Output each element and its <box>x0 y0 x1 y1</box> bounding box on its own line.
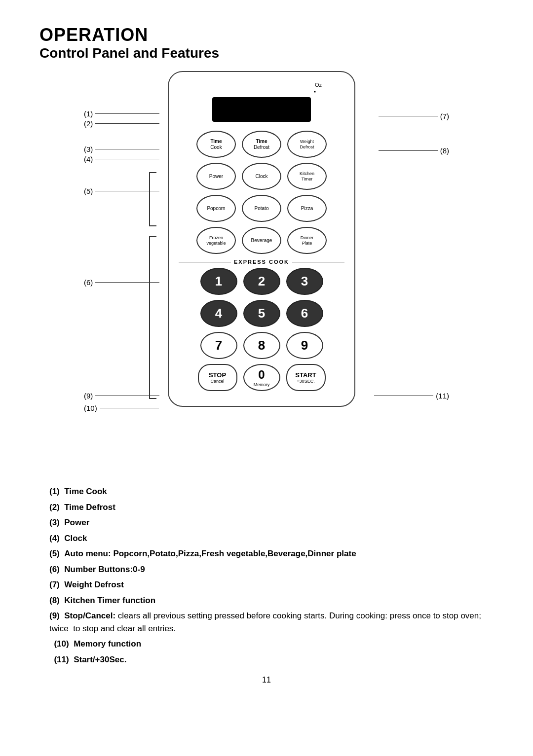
ann-right-8: (8) <box>379 146 449 155</box>
express-cook-label: EXPRESS COOK <box>179 259 344 265</box>
ann-left-6: (6) <box>84 278 159 287</box>
feature-11-bold: (11) Start/+30Sec. <box>54 655 126 664</box>
number-row-456: 4 5 6 <box>179 300 344 327</box>
feature-3: (3) Power <box>49 516 494 529</box>
power-button[interactable]: Power <box>196 163 236 190</box>
oz-dot: ▪ <box>313 88 316 95</box>
panel: Oz ▪ Time Cook Time Defrost <box>168 71 355 407</box>
ann-left-9: (9) <box>84 392 159 400</box>
ann-left-10: (10) <box>84 404 159 412</box>
ann-left-2: (2) <box>84 119 159 128</box>
stop-cancel-button[interactable]: STOP Cancel <box>198 364 237 391</box>
bracket-6 <box>149 236 156 399</box>
panel-border: Oz ▪ Time Cook Time Defrost <box>168 71 355 407</box>
page-container: OPERATION Control Panel and Features Oz … <box>0 0 533 756</box>
display-screen <box>212 97 311 122</box>
feature-4: (4) Clock <box>49 532 494 545</box>
button-5[interactable]: 5 <box>243 300 280 327</box>
diagram-area: Oz ▪ Time Cook Time Defrost <box>84 66 449 470</box>
number-row-789: 7 8 9 <box>179 332 344 359</box>
feature-2-num: (2) <box>49 503 60 512</box>
memory-label: Memory <box>254 382 270 387</box>
feature-7: (7) Weight Defrost <box>49 578 494 591</box>
ann-line-10 <box>100 408 159 408</box>
feature-7-bold: Weight Defrost <box>64 580 124 589</box>
feature-5: (5) Auto menu: Popcorn,Potato,Pizza,Fres… <box>49 547 494 560</box>
button-3[interactable]: 3 <box>286 268 323 295</box>
express-line-right <box>292 262 344 262</box>
button-8[interactable]: 8 <box>243 332 280 359</box>
page-number: 11 <box>39 676 494 684</box>
feature-6-bold: Number Buttons:0-9 <box>64 565 145 574</box>
beverage-button[interactable]: Beverage <box>242 227 281 254</box>
feature-3-num: (3) <box>49 518 60 527</box>
sub-title: Control Panel and Features <box>39 45 494 61</box>
feature-2: (2) Time Defrost <box>49 501 494 514</box>
button-row-2: Power Clock Kitchen Timer <box>179 163 344 190</box>
weight-defrost-button[interactable]: Weight Defrost <box>287 131 327 158</box>
main-title: OPERATION <box>39 25 494 45</box>
clock-button[interactable]: Clock <box>242 163 281 190</box>
start-button[interactable]: START +30SEC. <box>286 364 326 391</box>
button-9[interactable]: 9 <box>286 332 323 359</box>
ann-left-3: (3) <box>84 145 159 153</box>
ann-right-7: (7) <box>379 112 449 120</box>
feature-8-num: (8) <box>49 596 60 605</box>
display-section: Oz ▪ <box>179 82 344 126</box>
dinner-plate-button[interactable]: Dinner Plate <box>287 227 327 254</box>
ann-line-7 <box>379 116 438 116</box>
frozen-vegetable-button[interactable]: Frozen vegetable <box>196 227 236 254</box>
button-7[interactable]: 7 <box>200 332 237 359</box>
popcorn-button[interactable]: Popcorn <box>196 195 236 222</box>
feature-5-num: (5) <box>49 549 60 558</box>
oz-label: Oz <box>315 82 322 88</box>
button-1[interactable]: 1 <box>200 268 237 295</box>
button-row-1: Time Cook Time Defrost Weight Defrost <box>179 131 344 158</box>
pizza-button[interactable]: Pizza <box>287 195 327 222</box>
ann-line-4 <box>95 159 159 159</box>
feature-10-bold: (10) Memory function <box>54 639 141 648</box>
bracket-5 <box>149 172 156 226</box>
time-cook-button[interactable]: Time Cook <box>196 131 236 158</box>
feature-7-num: (7) <box>49 580 60 589</box>
feature-9-num: (9) <box>49 611 60 620</box>
feature-11: (11) Start/+30Sec. <box>49 653 494 666</box>
button-row-4: Frozen vegetable Beverage Dinner Plate <box>179 227 344 254</box>
feature-1-bold: Time Cook <box>64 487 107 496</box>
feature-9-bold: Stop/Cancel: <box>64 611 115 620</box>
bottom-row: STOP Cancel 0 Memory START +30SEC. <box>179 364 344 391</box>
button-0-memory[interactable]: 0 Memory <box>243 364 280 391</box>
ann-line-3 <box>95 149 159 149</box>
button-6[interactable]: 6 <box>286 300 323 327</box>
zero-label: 0 <box>258 368 265 382</box>
ann-line-2 <box>95 123 159 124</box>
number-row-123: 1 2 3 <box>179 268 344 295</box>
start-label: START <box>295 371 316 379</box>
ann-line-1 <box>95 113 159 114</box>
ann-right-11: (11) <box>374 392 449 400</box>
feature-9: (9) Stop/Cancel: clears all previous set… <box>49 610 494 635</box>
title-section: OPERATION Control Panel and Features <box>39 25 494 61</box>
potato-button[interactable]: Potato <box>242 195 281 222</box>
ann-line-8 <box>379 150 438 151</box>
ann-left-5: (5) <box>84 187 159 195</box>
feature-10: (10) Memory function <box>49 638 494 650</box>
button-2[interactable]: 2 <box>243 268 280 295</box>
feature-3-bold: Power <box>64 518 89 527</box>
feature-8-bold: Kitchen Timer function <box>64 596 155 605</box>
stop-label: STOP <box>209 371 226 379</box>
feature-6-num: (6) <box>49 565 60 574</box>
ann-left-1: (1) <box>84 109 159 118</box>
button-4[interactable]: 4 <box>200 300 237 327</box>
feature-6: (6) Number Buttons:0-9 <box>49 563 494 576</box>
kitchen-timer-button[interactable]: Kitchen Timer <box>287 163 327 190</box>
button-row-3: Popcorn Potato Pizza <box>179 195 344 222</box>
time-defrost-button[interactable]: Time Defrost <box>242 131 281 158</box>
feature-4-bold: Clock <box>64 534 87 543</box>
feature-8: (8) Kitchen Timer function <box>49 594 494 607</box>
feature-1-num: (1) <box>49 487 60 496</box>
feature-1: (1) Time Cook <box>49 485 494 498</box>
express-line-left <box>179 262 231 262</box>
feature-2-bold: Time Defrost <box>64 503 115 512</box>
feature-5-bold: Auto menu: Popcorn,Potato,Pizza,Fresh ve… <box>64 549 356 558</box>
